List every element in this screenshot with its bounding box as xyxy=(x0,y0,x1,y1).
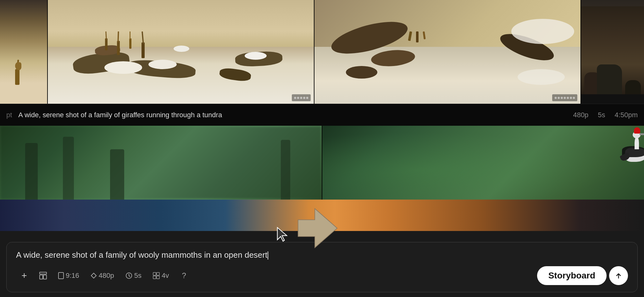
svg-rect-2 xyxy=(43,275,47,279)
video-cell-forest-left xyxy=(0,126,322,200)
top-video-grid: ●●●●● ●●●●●●● xyxy=(0,0,644,104)
svg-rect-1 xyxy=(40,275,43,279)
timestamp-right: ●●●●●●● xyxy=(552,94,577,101)
desc-meta: 480p 5s 4:50pm xyxy=(573,111,638,119)
svg-rect-0 xyxy=(40,272,47,274)
svg-rect-6 xyxy=(153,272,156,275)
svg-rect-3 xyxy=(58,272,64,279)
submit-button[interactable] xyxy=(609,266,628,285)
svg-rect-8 xyxy=(153,276,156,279)
help-button[interactable]: ? xyxy=(176,267,192,284)
input-container: A wide, serene shot of a family of wooly… xyxy=(6,242,638,292)
preview-strip xyxy=(0,200,644,231)
resolution-button[interactable]: 480p xyxy=(86,269,119,283)
desc-time: 4:50pm xyxy=(615,111,638,119)
timestamp-main: ●●●●● xyxy=(292,94,311,101)
duration-button[interactable]: 5s xyxy=(121,269,146,283)
desc-resolution: 480p xyxy=(573,111,588,119)
input-area: A wide, serene shot of a family of wooly… xyxy=(0,242,644,295)
resolution-label: 480p xyxy=(99,272,114,280)
video-cell-bird xyxy=(322,126,644,200)
variants-button[interactable]: 4v xyxy=(148,269,173,283)
toolbar: + 9:16 xyxy=(16,266,628,285)
aspect-ratio-label: 9:16 xyxy=(66,272,79,280)
aspect-ratio-button[interactable]: 9:16 xyxy=(54,269,84,283)
svg-marker-4 xyxy=(91,273,96,278)
video-cell-main: ●●●●● xyxy=(48,0,314,104)
middle-video-grid xyxy=(0,126,644,200)
desc-duration: 5s xyxy=(598,111,605,119)
add-button[interactable]: + xyxy=(16,267,32,284)
svg-rect-7 xyxy=(157,272,159,275)
video-cell-right: ●●●●●●● xyxy=(314,0,580,104)
input-text-display[interactable]: A wide, serene shot of a family of wooly… xyxy=(16,249,628,261)
desc-prefix: pt xyxy=(6,111,12,119)
variants-label: 4v xyxy=(162,272,169,280)
template-button[interactable] xyxy=(35,267,51,284)
storyboard-button[interactable]: Storyboard xyxy=(537,266,607,285)
description-bar: pt A wide, serene shot of a family of gi… xyxy=(0,104,644,126)
video-cell-far-left xyxy=(0,0,47,104)
desc-text: A wide, serene shot of a family of giraf… xyxy=(18,111,567,119)
duration-label: 5s xyxy=(134,272,142,280)
svg-rect-9 xyxy=(157,276,159,279)
main-content-area: A wide, serene shot of a family of wooly… xyxy=(0,126,644,295)
video-cell-far-right xyxy=(581,0,644,104)
